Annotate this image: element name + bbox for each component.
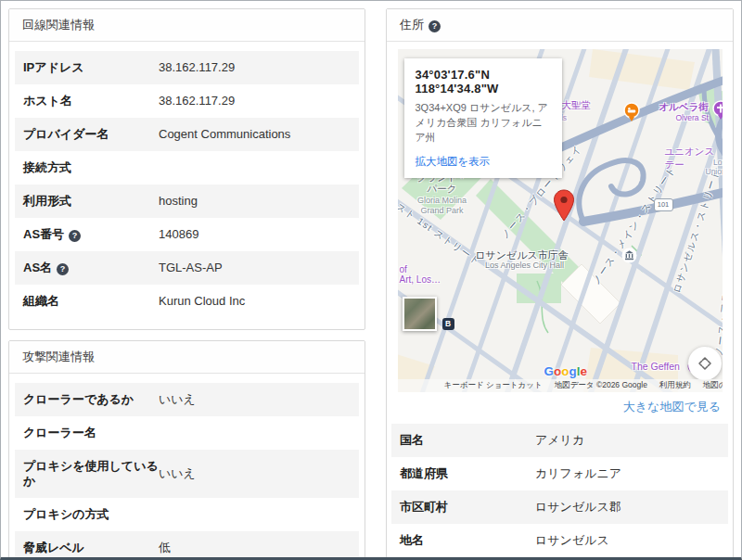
metro-b-icon[interactable]: B (442, 318, 454, 330)
row-value: いいえ (159, 392, 196, 407)
park-label-en: Gloria Molina Grand Park (413, 196, 472, 215)
row-label: 都道府県 (400, 466, 535, 481)
panel-title-text: 攻撃関連情報 (22, 350, 95, 363)
table-row: 国名 アメリカ (391, 424, 728, 457)
panel-title-text: 回線関連情報 (22, 18, 95, 32)
map-card-address: 3Q34+XQ9 ロサンゼルス, アメリカ合衆国 カリフォルニア州 (416, 101, 551, 146)
poi-label-geffen: The Geffen (632, 361, 680, 372)
row-label: 脅威レベル (23, 541, 159, 555)
row-label: プロキシを使用しているか (23, 459, 159, 489)
panel-address-title: 住所? (387, 9, 733, 42)
row-label: 国名 (400, 433, 535, 448)
row-label: 利用形式 (23, 194, 159, 209)
panel-line-info-body: IPアドレス 38.162.117.29 ホスト名 38.162.117.29 … (9, 42, 365, 330)
table-row: 都道府県 カリフォルニア (391, 457, 728, 490)
row-value: カリフォルニア (535, 466, 621, 481)
map-data-text: 地図データ ©2026 Google (555, 380, 647, 391)
table-row: 地名 ロサンゼルス (391, 524, 728, 557)
row-label: 市区町村 (400, 500, 535, 515)
row-label: プロキシの方式 (23, 507, 159, 522)
table-row: プロキシの方式 (15, 498, 359, 531)
row-value: 低 (159, 541, 171, 555)
row-label: 組織名 (23, 294, 159, 309)
right-column: 住所? (386, 8, 734, 560)
olvera-poi-icon[interactable] (712, 100, 723, 124)
panel-attack-info-title: 攻撃関連情報 (9, 341, 365, 374)
panel-attack-info: 攻撃関連情報 クローラーであるか いいえ クローラー名 プロキシを使用しているか… (8, 340, 365, 560)
map-info-card: 34°03'17.6"N 118°14'34.8"W 3Q34+XQ9 ロサンゼ… (404, 58, 562, 178)
hotel-poi-icon[interactable] (623, 102, 640, 126)
poi-label-olvera-ja: オルベラ街 (659, 101, 709, 114)
row-value: Kurun Cloud Inc (159, 294, 245, 309)
row-label: プロバイダー名 (23, 127, 159, 142)
keyboard-shortcuts-button[interactable]: キーボード ショートカット (444, 380, 543, 391)
map-pin-icon[interactable] (553, 189, 575, 226)
table-row: 接続方式 (15, 151, 359, 185)
table-row: IPアドレス 38.162.117.29 (15, 51, 359, 84)
row-value: ロサンゼルス郡 (535, 500, 621, 515)
row-value: hosting (159, 194, 198, 209)
fullscreen-button[interactable] (688, 347, 722, 380)
page: 回線関連情報 IPアドレス 38.162.117.29 ホスト名 38.162.… (0, 0, 742, 560)
table-row: 組織名 Kurun Cloud Inc (15, 285, 359, 318)
row-value: 38.162.117.29 (159, 94, 235, 108)
help-icon[interactable]: ? (57, 263, 69, 275)
table-row: 脅威レベル 低 (15, 531, 359, 560)
row-label: 接続方式 (23, 160, 159, 175)
row-label: ホスト名 (23, 94, 159, 108)
help-icon[interactable]: ? (69, 230, 81, 242)
row-label: AS番号? (23, 227, 159, 242)
panel-attack-info-body: クローラーであるか いいえ クローラー名 プロキシを使用しているか いいえ プロ… (9, 374, 365, 560)
row-label: クローラーであるか (23, 392, 159, 407)
row-value: アメリカ (535, 433, 584, 448)
row-value: ロサンゼルス (535, 533, 609, 548)
table-row: 市区町村 ロサンゼルス郡 (391, 490, 728, 524)
row-label: 地名 (400, 533, 535, 548)
row-label: AS名? (23, 261, 159, 275)
table-row: クローラーであるか いいえ (15, 383, 359, 416)
help-icon[interactable]: ? (429, 20, 441, 32)
terms-link[interactable]: 利用規約 (659, 380, 691, 391)
table-row: ホスト名 38.162.117.29 (15, 84, 359, 118)
poi-label-museum-art: of Art, Los… (400, 264, 441, 285)
satellite-view-toggle[interactable] (403, 297, 437, 331)
table-row: 利用形式 hosting (15, 185, 359, 218)
highway-101-shield: 101 (654, 198, 673, 211)
row-value: Cogent Communications (159, 127, 290, 142)
panel-address-body: ノース・ブロードウェイ ウェスト 1st ストリート ノース・メイン・ストリート… (387, 49, 733, 560)
report-map-error-link[interactable]: 地図の誤りを報告する (703, 380, 723, 391)
table-row: プロバイダー名 Cogent Communications (15, 118, 359, 151)
enlarge-map-link[interactable]: 拡大地図を表示 (416, 155, 491, 169)
view-larger-map-link[interactable]: 大きな地図で見る (623, 400, 721, 414)
map-card-coordinates: 34°03'17.6"N 118°14'34.8"W (416, 68, 551, 95)
row-value: 140869 (159, 227, 198, 242)
map-attribution-bar: キーボード ショートカット 地図データ ©2026 Google 利用規約 地図… (398, 379, 723, 392)
panel-line-info-title: 回線関連情報 (9, 9, 365, 42)
view-larger-map-row: 大きな地図で見る (391, 392, 728, 424)
poi-label-olvera-en: Olvera St (676, 113, 709, 122)
left-column: 回線関連情報 IPアドレス 38.162.117.29 ホスト名 38.162.… (8, 8, 365, 560)
city-hall-icon[interactable] (621, 248, 637, 267)
table-row: クローラー名 (15, 416, 359, 450)
table-row: AS番号? 140869 (15, 218, 359, 251)
table-row: プロキシを使用しているか いいえ (15, 450, 359, 498)
row-value: TGL-AS-AP (159, 261, 223, 275)
table-row: AS名? TGL-AS-AP (15, 251, 359, 285)
fullscreen-icon (697, 356, 712, 371)
row-value: 38.162.117.29 (159, 60, 235, 75)
panel-line-info: 回線関連情報 IPアドレス 38.162.117.29 ホスト名 38.162.… (8, 8, 365, 330)
row-label: クローラー名 (23, 426, 159, 440)
panel-address: 住所? (386, 8, 734, 560)
city-hall-label-en: Los Angeles City Hall (485, 261, 564, 270)
google-logo[interactable]: Google (544, 364, 588, 378)
poi-label-union-station-en: Los Union (706, 158, 723, 176)
panel-title-text: 住所 (400, 18, 424, 32)
google-map[interactable]: ノース・ブロードウェイ ウェスト 1st ストリート ノース・メイン・ストリート… (398, 49, 723, 392)
row-value: いいえ (159, 466, 196, 481)
row-label: IPアドレス (23, 60, 159, 75)
